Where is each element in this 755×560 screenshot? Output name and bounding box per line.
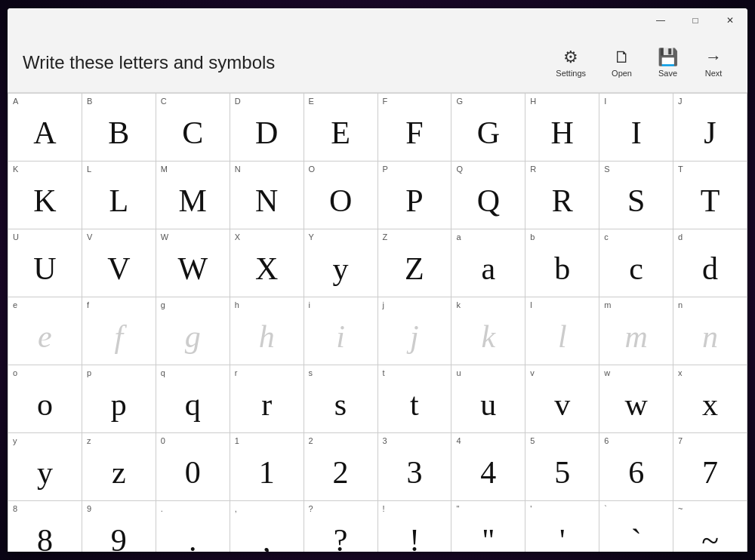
toolbar: Write these letters and symbols ⚙ Settin… bbox=[8, 32, 747, 93]
cell-p[interactable]: pp bbox=[82, 365, 156, 433]
next-button[interactable]: → Next bbox=[695, 45, 732, 81]
cell-label: P bbox=[383, 165, 388, 174]
cell-char: 3 bbox=[383, 448, 447, 500]
cell-label: j bbox=[383, 300, 384, 310]
cell-6[interactable]: 66 bbox=[599, 433, 673, 501]
cell-M[interactable]: MM bbox=[156, 162, 230, 229]
close-button[interactable]: ✕ bbox=[713, 8, 747, 32]
cell-L[interactable]: LL bbox=[82, 162, 156, 229]
cell-9[interactable]: 99 bbox=[82, 501, 156, 552]
cell-8[interactable]: 88 bbox=[8, 501, 82, 552]
cell-7[interactable]: 77 bbox=[673, 433, 747, 501]
cell-m[interactable]: mm bbox=[599, 297, 673, 365]
cell-b[interactable]: bb bbox=[525, 229, 599, 297]
minimize-button[interactable]: — bbox=[643, 8, 678, 32]
save-button[interactable]: 💾 Save bbox=[649, 45, 687, 81]
cell-label: t bbox=[383, 368, 385, 378]
cell-char: Z bbox=[383, 244, 447, 297]
cell-h[interactable]: hh bbox=[230, 297, 304, 365]
cell-Y[interactable]: Yy bbox=[304, 229, 378, 297]
cell-_[interactable]: ?? bbox=[304, 501, 378, 552]
cell-_[interactable]: `` bbox=[599, 501, 673, 552]
cell-l[interactable]: ll bbox=[525, 297, 599, 365]
maximize-button[interactable]: □ bbox=[678, 8, 713, 32]
cell-label: H bbox=[530, 97, 536, 106]
cell-_[interactable]: ~~ bbox=[673, 501, 747, 552]
cell-char: J bbox=[678, 108, 742, 161]
cell-B[interactable]: BB bbox=[82, 94, 156, 162]
cell-_[interactable]: .. bbox=[156, 501, 230, 552]
cell-n[interactable]: nn bbox=[673, 297, 747, 365]
cell-X[interactable]: XX bbox=[230, 229, 304, 297]
cell-5[interactable]: 55 bbox=[525, 433, 599, 501]
cell-y[interactable]: yy bbox=[8, 433, 82, 501]
cell-D[interactable]: DD bbox=[230, 94, 304, 162]
cell-label: 0 bbox=[161, 436, 165, 446]
cell-Z[interactable]: ZZ bbox=[378, 229, 452, 297]
cell-x[interactable]: xx bbox=[673, 365, 747, 433]
cell-_[interactable]: !! bbox=[378, 501, 452, 552]
cell-G[interactable]: GG bbox=[451, 94, 525, 162]
cell-F[interactable]: FF bbox=[378, 94, 452, 162]
cell-_[interactable]: "" bbox=[451, 501, 525, 552]
cell-char: C bbox=[161, 108, 225, 161]
cell-Q[interactable]: QQ bbox=[451, 162, 525, 229]
cell-R[interactable]: RR bbox=[525, 162, 599, 229]
cell-I[interactable]: II bbox=[599, 94, 673, 162]
cell-4[interactable]: 44 bbox=[451, 433, 525, 501]
cell-label: V bbox=[87, 232, 92, 242]
cell-label: L bbox=[87, 165, 91, 174]
cell-e[interactable]: ee bbox=[8, 297, 82, 365]
cell-W[interactable]: WW bbox=[156, 229, 230, 297]
cell-j[interactable]: jj bbox=[378, 297, 452, 365]
cell-label: 1 bbox=[235, 436, 239, 446]
cell-k[interactable]: kk bbox=[451, 297, 525, 365]
cell-P[interactable]: PP bbox=[378, 162, 452, 229]
cell-T[interactable]: TT bbox=[673, 162, 747, 229]
cell-d[interactable]: dd bbox=[673, 229, 747, 297]
cell-S[interactable]: SS bbox=[599, 162, 673, 229]
cell-char: g bbox=[161, 312, 225, 365]
cell-char: X bbox=[235, 244, 299, 297]
cell-A[interactable]: AA bbox=[8, 94, 82, 162]
cell-H[interactable]: HH bbox=[525, 94, 599, 162]
cell-U[interactable]: UU bbox=[8, 229, 82, 297]
cell-u[interactable]: uu bbox=[451, 365, 525, 433]
cell-V[interactable]: VV bbox=[82, 229, 156, 297]
cell-g[interactable]: gg bbox=[156, 297, 230, 365]
cell-C[interactable]: CC bbox=[156, 94, 230, 162]
cell-z[interactable]: zz bbox=[82, 433, 156, 501]
cell-E[interactable]: EE bbox=[304, 94, 378, 162]
cell-char: y bbox=[309, 244, 373, 297]
cell-O[interactable]: OO bbox=[304, 162, 378, 229]
cell-label: F bbox=[383, 97, 388, 106]
cell-c[interactable]: cc bbox=[599, 229, 673, 297]
cell-char: q bbox=[161, 380, 225, 432]
cell-1[interactable]: 11 bbox=[230, 433, 304, 501]
cell-_[interactable]: ,, bbox=[230, 501, 304, 552]
cell-r[interactable]: rr bbox=[230, 365, 304, 433]
cell-char: 4 bbox=[456, 448, 520, 500]
cell-char: P bbox=[383, 176, 447, 229]
cell-N[interactable]: NN bbox=[230, 162, 304, 229]
cell-J[interactable]: JJ bbox=[673, 94, 747, 162]
cell-q[interactable]: qq bbox=[156, 365, 230, 433]
cell-K[interactable]: KK bbox=[8, 162, 82, 229]
cell-3[interactable]: 33 bbox=[378, 433, 452, 501]
cell-s[interactable]: ss bbox=[304, 365, 378, 433]
cell-v[interactable]: vv bbox=[525, 365, 599, 433]
open-button[interactable]: 🗋 Open bbox=[602, 45, 641, 81]
cell-a[interactable]: aa bbox=[451, 229, 525, 297]
cell-char: 6 bbox=[604, 448, 668, 500]
cell-0[interactable]: 00 bbox=[156, 433, 230, 501]
cell-_[interactable]: '' bbox=[525, 501, 599, 552]
cell-i[interactable]: ii bbox=[304, 297, 378, 365]
cell-f[interactable]: ff bbox=[82, 297, 156, 365]
cell-char: j bbox=[383, 312, 447, 365]
cell-2[interactable]: 22 bbox=[304, 433, 378, 501]
cell-char: y bbox=[13, 448, 77, 500]
cell-t[interactable]: tt bbox=[378, 365, 452, 433]
cell-w[interactable]: ww bbox=[599, 365, 673, 433]
settings-button[interactable]: ⚙ Settings bbox=[547, 45, 595, 81]
cell-o[interactable]: oo bbox=[8, 365, 82, 433]
